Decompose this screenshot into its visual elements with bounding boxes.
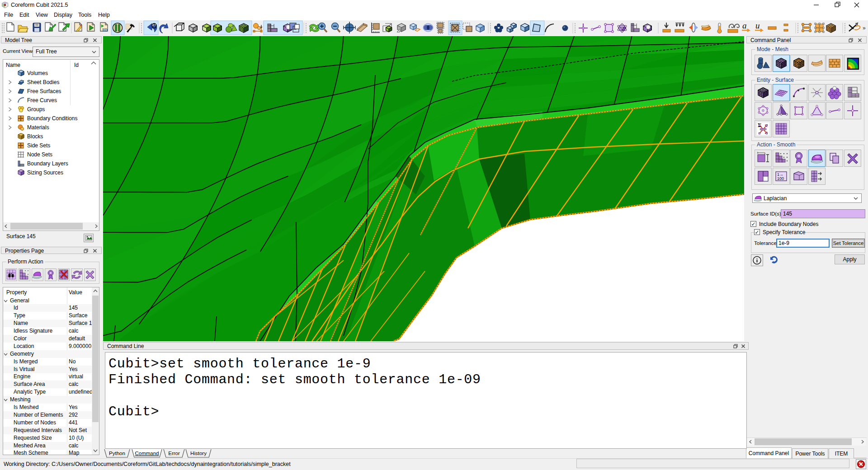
svg-text:Command: Command xyxy=(135,451,159,456)
svg-text:a: a xyxy=(742,21,747,30)
svg-text:ID: ID xyxy=(102,27,108,33)
svg-text:100: 100 xyxy=(777,176,784,181)
svg-text:Error: Error xyxy=(168,451,180,456)
svg-text:Python: Python xyxy=(109,451,125,456)
svg-text:»: » xyxy=(863,25,866,31)
svg-text:u: u xyxy=(755,21,760,30)
svg-text:History: History xyxy=(190,451,207,456)
